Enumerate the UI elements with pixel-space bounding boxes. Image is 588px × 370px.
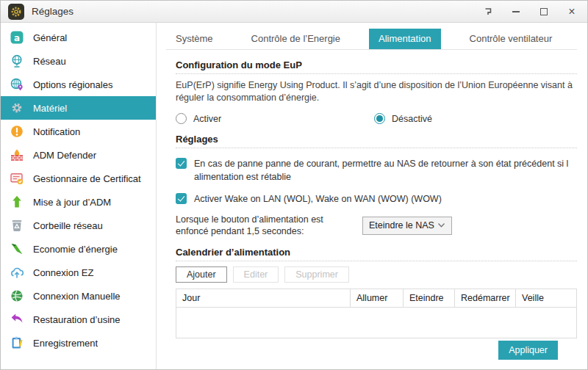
power-button-dropdown[interactable]: Eteindre le NAS bbox=[362, 217, 452, 235]
sidebar-item-notification[interactable]: Notification bbox=[1, 120, 156, 143]
apply-button[interactable]: Appliquer bbox=[498, 341, 558, 360]
sidebar-item-regional-options[interactable]: Options régionales bbox=[1, 73, 156, 96]
sidebar-item-registration[interactable]: Enregistrement bbox=[1, 331, 156, 355]
eup-option-activer[interactable]: Activer bbox=[176, 113, 374, 124]
notification-icon bbox=[10, 124, 24, 139]
tab-systeme[interactable]: Système bbox=[166, 29, 223, 49]
sidebar-item-adm-defender[interactable]: ADM Defender bbox=[1, 143, 156, 167]
power-button-label: Lorsque le bouton d’alimentation est enf… bbox=[176, 214, 362, 237]
sidebar-item-label: Matériel bbox=[33, 103, 67, 114]
section-divider bbox=[176, 148, 577, 148]
registration-icon bbox=[10, 335, 24, 350]
empty-table-body bbox=[176, 308, 577, 338]
sidebar-item-label: Restauration d’usine bbox=[33, 314, 121, 325]
sidebar-item-label: ADM Defender bbox=[33, 150, 96, 161]
sidebar-item-label: Mise à jour d’ADM bbox=[33, 197, 111, 208]
help-icon[interactable] bbox=[483, 7, 493, 17]
settings-sidebar: a Général Réseau bbox=[1, 23, 157, 369]
add-button[interactable]: Ajouter bbox=[176, 266, 227, 283]
maximize-icon[interactable] bbox=[539, 7, 549, 17]
power-failure-label: En cas de panne panne de courant, permet… bbox=[194, 157, 577, 184]
adm-defender-icon bbox=[10, 148, 24, 162]
radio-label: Désactivé bbox=[392, 114, 432, 124]
window-title: Réglages bbox=[32, 6, 74, 17]
wol-checkbox[interactable] bbox=[176, 193, 187, 204]
section-divider bbox=[176, 73, 577, 74]
certificate-manager-icon bbox=[10, 171, 24, 186]
power-schedule-table: Jour Allumer Eteindre Redémarrer Veille bbox=[176, 289, 577, 338]
factory-default-icon bbox=[10, 312, 24, 327]
wol-option: Activer Wake on LAN (WOL), Wake on WAN (… bbox=[176, 192, 577, 206]
column-header-eteindre: Eteindre bbox=[404, 289, 455, 308]
svg-text:a: a bbox=[14, 33, 20, 43]
hardware-icon bbox=[10, 101, 24, 115]
ez-connect-icon bbox=[10, 265, 24, 280]
regional-options-icon bbox=[10, 77, 24, 92]
sidebar-item-network-recycle-bin[interactable]: Corbeille réseau bbox=[1, 214, 156, 237]
section-divider bbox=[176, 261, 577, 261]
column-header-allumer: Allumer bbox=[351, 289, 404, 308]
sidebar-item-factory-default[interactable]: Restauration d’usine bbox=[1, 308, 156, 331]
eup-radio-group: Activer Désactivé bbox=[176, 113, 577, 124]
main-panel: Système Contrôle de l’Energie Alimentati… bbox=[157, 23, 587, 369]
radio-unselected-icon[interactable] bbox=[176, 113, 187, 124]
schedule-toolbar: Ajouter Editer Supprimer bbox=[176, 266, 577, 283]
titlebar: Réglages × bbox=[1, 1, 587, 23]
radio-label: Activer bbox=[193, 114, 221, 124]
sidebar-item-manual-connect[interactable]: Connexion Manuelle bbox=[1, 284, 156, 308]
power-failure-option: En cas de panne panne de courant, permet… bbox=[176, 157, 577, 184]
sidebar-item-label: Connexion EZ bbox=[33, 267, 93, 278]
general-icon: a bbox=[10, 30, 24, 45]
radio-selected-icon[interactable] bbox=[374, 113, 385, 124]
sidebar-item-label: Réseau bbox=[33, 56, 66, 67]
eup-description: EuP(ErP) signifie Energy Using Product. … bbox=[176, 79, 577, 104]
sidebar-item-general[interactable]: a Général bbox=[1, 26, 156, 49]
network-icon bbox=[10, 54, 24, 68]
sidebar-item-label: Economie d’énergie bbox=[33, 244, 118, 255]
column-header-jour: Jour bbox=[176, 289, 351, 308]
close-icon[interactable]: × bbox=[567, 7, 577, 17]
sidebar-item-label: Options régionales bbox=[33, 79, 112, 90]
column-header-redemarrer: Redémarrer bbox=[455, 289, 516, 308]
adm-update-icon bbox=[10, 195, 24, 209]
chevron-down-icon bbox=[437, 222, 445, 228]
wol-label: Activer Wake on LAN (WOL), Wake on WAN (… bbox=[194, 192, 442, 206]
network-recycle-bin-icon bbox=[10, 218, 24, 233]
manual-connect-icon bbox=[10, 289, 24, 303]
sidebar-item-energy-saver[interactable]: Economie d’énergie bbox=[1, 237, 156, 261]
reglages-section-heading: Réglages bbox=[176, 134, 577, 145]
eup-option-desactive[interactable]: Désactivé bbox=[374, 113, 432, 124]
settings-app-icon bbox=[8, 4, 24, 20]
sidebar-item-label: Corbeille réseau bbox=[33, 220, 103, 231]
tab-alimentation[interactable]: Alimentation bbox=[369, 29, 441, 49]
column-header-veille: Veille bbox=[516, 289, 577, 308]
power-button-row: Lorsque le bouton d’alimentation est enf… bbox=[176, 214, 577, 237]
schedule-section-heading: Calendrier d’alimentation bbox=[176, 247, 577, 258]
sidebar-item-label: Gestionnaire de Certificat bbox=[33, 173, 141, 184]
tab-controle-ventilateur[interactable]: Contrôle ventilateur bbox=[460, 29, 562, 49]
table-header-row: Jour Allumer Eteindre Redémarrer Veille bbox=[176, 289, 577, 308]
sidebar-item-ez-connect[interactable]: Connexion EZ bbox=[1, 261, 156, 284]
sidebar-item-network[interactable]: Réseau bbox=[1, 49, 156, 73]
eup-section-heading: Configuration du mode EuP bbox=[176, 59, 577, 70]
settings-window: Réglages × a Général bbox=[0, 0, 588, 370]
dropdown-value: Eteindre le NAS bbox=[369, 220, 434, 231]
energy-saver-icon bbox=[10, 242, 24, 256]
window-controls: × bbox=[483, 7, 580, 17]
sidebar-item-label: Général bbox=[33, 32, 67, 43]
sidebar-item-adm-update[interactable]: Mise à jour d’ADM bbox=[1, 190, 156, 214]
sidebar-item-label: Notification bbox=[33, 126, 80, 137]
tab-bar: Système Contrôle de l’Energie Alimentati… bbox=[166, 29, 577, 50]
delete-button[interactable]: Supprimer bbox=[284, 266, 349, 283]
edit-button[interactable]: Editer bbox=[233, 266, 279, 283]
power-failure-checkbox[interactable] bbox=[176, 158, 187, 169]
minimize-icon[interactable] bbox=[511, 7, 521, 17]
sidebar-item-certificate-manager[interactable]: Gestionnaire de Certificat bbox=[1, 167, 156, 190]
tab-controle-energie[interactable]: Contrôle de l’Energie bbox=[242, 29, 350, 49]
sidebar-item-hardware[interactable]: Matériel bbox=[1, 96, 156, 120]
sidebar-item-label: Connexion Manuelle bbox=[33, 291, 121, 302]
sidebar-item-label: Enregistrement bbox=[33, 338, 98, 349]
